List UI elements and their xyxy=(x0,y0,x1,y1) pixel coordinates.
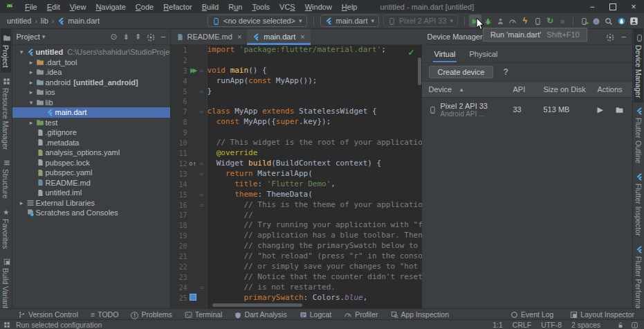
breadcrumb-item[interactable]: lib xyxy=(41,17,48,25)
device-selector[interactable]: <no device selected>▾ xyxy=(208,15,307,27)
tree-toggle-icon[interactable]: ▾ xyxy=(18,48,26,55)
hot-restart-button[interactable]: ↻ xyxy=(544,15,556,27)
attach-debugger-button[interactable] xyxy=(531,15,544,27)
indent-setting[interactable]: 2 spaces xyxy=(571,321,600,329)
fold-marker-icon[interactable]: ▭ xyxy=(199,171,205,177)
hide-panel-button[interactable]: − xyxy=(621,32,627,42)
profiler-button[interactable] xyxy=(506,15,519,27)
tree-item-external-libraries[interactable]: ▸External Libraries xyxy=(12,198,170,208)
column-header-api[interactable]: API xyxy=(513,85,544,94)
collapse-all-icon[interactable]: ⇞ xyxy=(135,33,141,42)
tree-item--gitignore[interactable]: .gitignore xyxy=(12,127,170,138)
project-panel-title[interactable]: Project ▾ xyxy=(17,33,46,41)
tool-window-button-terminal[interactable]: Terminal xyxy=(185,310,223,319)
help-icon[interactable]: ? xyxy=(503,67,508,77)
tool-strip-item-flutter-outline[interactable]: Flutter Outline xyxy=(634,103,643,168)
tree-item-scratches-and-consoles[interactable]: Scratches and Consoles xyxy=(12,208,170,218)
column-header-actions[interactable]: Actions xyxy=(589,85,632,94)
menu-vcs[interactable]: VCS xyxy=(275,3,300,11)
close-tab-icon[interactable]: × xyxy=(300,33,304,41)
run-device-icon[interactable]: ▶ xyxy=(598,105,603,114)
tool-window-button-app-inspection[interactable]: App Inspection xyxy=(391,310,449,319)
run-line-icon[interactable]: ▶▶ xyxy=(190,66,195,75)
tree-toggle-icon[interactable]: ▸ xyxy=(28,89,35,96)
fold-marker-icon[interactable]: ▭ xyxy=(199,285,205,291)
menu-build[interactable]: Build xyxy=(197,3,223,11)
tree-item-pubspec-yaml[interactable]: pubspec.yaml xyxy=(12,168,170,178)
tree-item--dart-tool[interactable]: ▸.dart_tool xyxy=(12,57,170,68)
column-header-size-on-disk[interactable]: Size on Disk xyxy=(544,85,589,94)
editor-vertical-scrollbar[interactable] xyxy=(418,57,421,85)
tool-window-button-dart-analysis[interactable]: Dart Analysis xyxy=(234,310,286,319)
tree-item--metadata[interactable]: .metadata xyxy=(12,138,170,148)
maximize-button[interactable] xyxy=(602,0,623,13)
line-ending[interactable]: CRLF xyxy=(513,321,531,329)
profile-avatar-button[interactable] xyxy=(627,15,640,27)
override-marker-icon[interactable]: o↑ xyxy=(189,160,196,167)
lock-open-icon[interactable] xyxy=(617,321,624,329)
tree-toggle-icon[interactable]: ▸ xyxy=(28,119,35,126)
tree-item-analysis-options-yaml[interactable]: analysis_options.yaml xyxy=(12,148,170,158)
device-manager-button[interactable]: ▶ xyxy=(578,15,590,27)
menu-edit[interactable]: Edit xyxy=(42,3,65,11)
menu-code[interactable]: Code xyxy=(131,3,158,11)
stop-button[interactable]: ■ xyxy=(556,15,569,27)
caret-position[interactable]: 1:1 xyxy=(493,321,503,329)
tree-item-readme-md[interactable]: README.md xyxy=(12,178,170,188)
editor-tab-readme-md[interactable]: README.md× xyxy=(171,29,248,44)
tool-window-button-version-control[interactable]: Version Control xyxy=(18,310,78,319)
tool-window-button-layout-inspector[interactable]: Layout Inspector xyxy=(570,310,634,319)
close-button[interactable]: × xyxy=(623,0,644,13)
tree-toggle-icon[interactable]: ▸ xyxy=(28,59,35,66)
menu-refactor[interactable]: Refactor xyxy=(158,3,197,11)
run-config-selector[interactable]: main.dart▾ xyxy=(320,15,379,27)
expand-all-icon[interactable]: ⇟ xyxy=(122,33,129,42)
menu-navigate[interactable]: Navigate xyxy=(91,3,130,11)
tree-item-untitled-iml[interactable]: untitled.iml xyxy=(12,188,170,198)
tool-window-toggle-icon[interactable] xyxy=(3,321,10,328)
tree-toggle-icon[interactable]: ▸ xyxy=(28,79,35,86)
menu-file[interactable]: File xyxy=(20,3,42,11)
device-manager-tab-physical[interactable]: Physical xyxy=(463,47,503,62)
tree-item-test[interactable]: ▸test xyxy=(12,118,170,128)
tree-item--idea[interactable]: ▸.idea xyxy=(12,67,170,78)
create-device-button[interactable]: Create device xyxy=(429,66,494,78)
editor-horizontal-scrollbar[interactable] xyxy=(212,303,302,307)
breadcrumb-item[interactable]: main.dart xyxy=(57,17,100,26)
notifications-icon[interactable] xyxy=(631,321,638,329)
tool-strip-item-resource-manager[interactable]: Resource Manager xyxy=(1,73,10,154)
menu-run[interactable]: Run xyxy=(223,3,247,11)
tool-window-button-event-log[interactable]: Event Log xyxy=(510,310,553,319)
tool-strip-item-favorites[interactable]: ★Favorites xyxy=(1,204,10,254)
menu-help[interactable]: Help xyxy=(337,3,362,11)
fold-marker-icon[interactable]: ▭ xyxy=(199,89,205,95)
fold-marker-icon[interactable]: ▭ xyxy=(199,202,205,208)
sync-button[interactable] xyxy=(615,15,627,27)
gear-icon[interactable] xyxy=(606,32,614,41)
locate-icon[interactable]: ⊙ xyxy=(110,32,117,42)
column-header-device[interactable]: Device▲ xyxy=(422,85,513,94)
fold-marker-icon[interactable]: ▭ xyxy=(199,68,205,74)
breadcrumb-item[interactable]: untitled xyxy=(7,17,31,25)
tree-toggle-icon[interactable]: ▸ xyxy=(28,69,35,75)
tree-item-ios[interactable]: ▸ios xyxy=(12,87,170,98)
tree-item-android[interactable]: ▸android[untitled_android] xyxy=(12,78,170,88)
search-button[interactable] xyxy=(602,15,615,27)
color-swatch-blue[interactable] xyxy=(190,294,196,301)
fold-marker-icon[interactable]: ▭ xyxy=(199,161,205,167)
tree-item-lib[interactable]: ▾lib xyxy=(12,98,170,108)
tool-window-button-todo[interactable]: ≡TODO xyxy=(91,310,119,319)
tree-toggle-icon[interactable]: ▾ xyxy=(28,99,35,106)
hot-reload-button[interactable]: ϟ xyxy=(519,15,531,27)
tool-strip-item-device-manager[interactable]: Device Manager xyxy=(634,29,643,103)
tool-window-button-profiler[interactable]: Profiler xyxy=(344,310,378,319)
target-device-selector[interactable]: Pixel 2 API 33▾ xyxy=(383,15,458,27)
editor-tab-main-dart[interactable]: main.dart× xyxy=(247,29,310,44)
fold-marker-icon[interactable]: ▭ xyxy=(199,192,205,198)
tool-strip-item-project[interactable]: Project xyxy=(1,29,11,73)
tool-strip-item-structure[interactable]: Structure xyxy=(1,154,10,204)
file-encoding[interactable]: UTF-8 xyxy=(541,321,562,329)
tool-strip-item-flutter-inspector[interactable]: Flutter Inspector xyxy=(634,168,643,241)
tool-window-button-problems[interactable]: !Problems xyxy=(131,310,172,319)
device-manager-tab-virtual[interactable]: Virtual xyxy=(429,47,461,62)
